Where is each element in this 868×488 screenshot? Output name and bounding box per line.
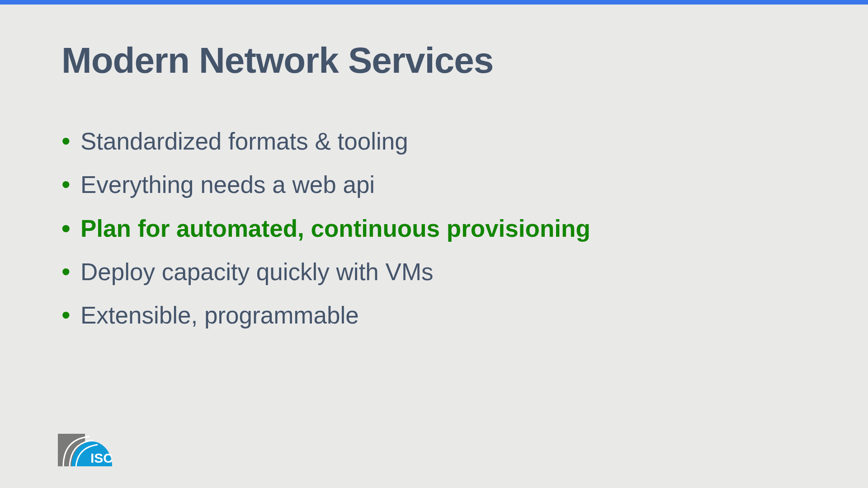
slide: Modern Network Services Standardized for…: [0, 0, 868, 488]
bullet-item: Extensible, programmable: [61, 300, 778, 330]
bullet-list: Standardized formats & tooling Everythin…: [61, 127, 778, 344]
slide-title: Modern Network Services: [61, 40, 814, 81]
accent-bar: [0, 0, 868, 5]
bullet-text: Deploy capacity quickly with VMs: [80, 258, 434, 285]
bullet-item: Plan for automated, continuous provision…: [61, 214, 778, 244]
bullet-item: Deploy capacity quickly with VMs: [61, 257, 778, 287]
bullet-text: Plan for automated, continuous provision…: [80, 215, 590, 242]
bullet-text: Extensible, programmable: [80, 302, 359, 328]
logo-text: ISC: [90, 450, 112, 465]
bullet-text: Standardized formats & tooling: [80, 128, 408, 155]
bullet-item: Everything needs a web api: [61, 170, 778, 200]
bullet-text: Everything needs a web api: [80, 171, 375, 198]
isc-logo: ISC: [58, 434, 112, 466]
bullet-item: Standardized formats & tooling: [61, 127, 778, 156]
